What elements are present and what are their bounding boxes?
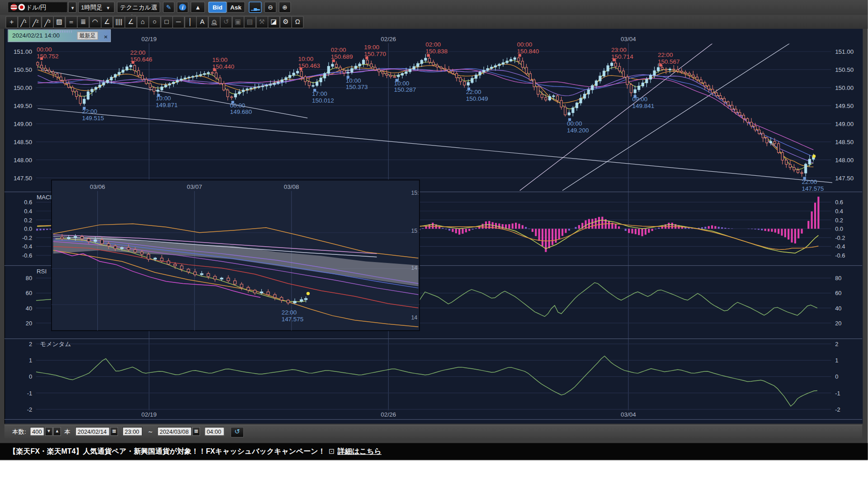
- tool-fibonacci-arc[interactable]: ◠: [89, 16, 101, 28]
- tool-trendline-3[interactable]: ╱3: [41, 16, 53, 28]
- bid-toggle-button[interactable]: Bid: [208, 2, 226, 13]
- external-window-icon: ⊡: [327, 447, 335, 455]
- zoom-in-button[interactable]: ⊕: [279, 2, 291, 13]
- tool-fan-lines[interactable]: ∠: [101, 16, 113, 28]
- tool-eraser[interactable]: ◪: [268, 16, 280, 28]
- latest-bar-badge: 最新足: [77, 32, 98, 40]
- ask-label: Ask: [230, 4, 241, 11]
- campaign-detail-link[interactable]: 詳細はこちら: [338, 447, 382, 455]
- tool-horizontal-line[interactable]: ─: [172, 16, 184, 28]
- bid-label: Bid: [212, 4, 222, 11]
- tool-ruler[interactable]: ▨: [53, 16, 66, 28]
- chart-style-button[interactable]: ▲: [191, 2, 205, 13]
- chevron-down-icon: ▼: [104, 5, 112, 10]
- tool-parallel-lines[interactable]: ＝: [65, 16, 77, 28]
- zoom-out-icon: ⊖: [268, 4, 273, 11]
- fx-chart-application: ドル/円 ▼ 1時間足 ▼ テクニカル選択 ▼ ✎ i ▲ Bid Ask ▁▄…: [0, 0, 868, 460]
- us-flag-icon: [10, 4, 17, 11]
- pencil-icon: ✎: [166, 4, 171, 11]
- zoom-in-icon: ⊕: [282, 4, 287, 11]
- tool-gann-fan[interactable]: ∠: [125, 16, 137, 28]
- count-decrease-button[interactable]: ▼: [45, 427, 52, 436]
- calendar-to-button[interactable]: ▦: [192, 427, 200, 436]
- info-button[interactable]: i: [177, 2, 189, 13]
- zoom-out-button[interactable]: ⊖: [264, 2, 277, 13]
- range-separator: ～: [147, 427, 153, 436]
- tool-trendline-2[interactable]: ╱2: [29, 16, 42, 28]
- time-from-field[interactable]: 23:00: [123, 427, 142, 436]
- tool-rectangle[interactable]: □: [160, 16, 173, 28]
- tool-pentagon[interactable]: ⌂: [137, 16, 149, 28]
- tool-vertical-grid[interactable]: ||||: [113, 16, 125, 28]
- calendar-from-button[interactable]: ▦: [110, 427, 118, 436]
- tab-datetime-label: 2024/02/21 14:00: [12, 32, 60, 39]
- bar-count-input[interactable]: 400: [30, 427, 44, 436]
- timeframe-label: 1時間足: [81, 4, 103, 11]
- mountain-icon: ▲: [195, 4, 201, 11]
- time-to-field[interactable]: 04:00: [204, 427, 224, 436]
- tool-magnet[interactable]: Ω: [292, 16, 304, 28]
- ask-toggle-button[interactable]: Ask: [226, 2, 245, 13]
- tool-ellipse[interactable]: ○: [148, 16, 160, 28]
- pair-dropdown-button[interactable]: ▼: [68, 2, 76, 13]
- tool-multi-h-lines[interactable]: ≣: [77, 16, 89, 28]
- calendar-icon: ▦: [112, 429, 116, 434]
- reload-button[interactable]: ↺: [231, 427, 244, 437]
- currency-pair-label: ドル/円: [26, 2, 47, 12]
- bar-chart-icon: ▁▄▂: [251, 5, 259, 10]
- campaign-text: 【楽天FX・楽天MT4】人気通貨ペア・新興国通貨が対象！！FXキャッシュバックキ…: [9, 447, 326, 455]
- drawing-toolbar: ＋╱1╱2╱3▨＝≣◠∠||||∠⌂○□─│A☺ICON↺▣▤⚒◪⚙Ω: [0, 15, 868, 29]
- count-increase-button[interactable]: ▲: [53, 427, 61, 436]
- chart-type-button[interactable]: ▁▄▂: [249, 2, 261, 13]
- jp-flag-icon: [18, 4, 25, 11]
- tool-vertical-line[interactable]: │: [184, 16, 197, 28]
- main-toolbar: ドル/円 ▼ 1時間足 ▼ テクニカル選択 ▼ ✎ i ▲ Bid Ask ▁▄…: [0, 0, 868, 15]
- tool-text[interactable]: A: [196, 16, 208, 28]
- tool-copy[interactable]: ▣: [232, 16, 244, 28]
- technical-indicator-selector[interactable]: テクニカル選択 ▼: [117, 2, 160, 13]
- tool-paste[interactable]: ▤: [244, 16, 256, 28]
- tab-close-icon[interactable]: ×: [104, 31, 108, 43]
- tool-crosshair[interactable]: ＋: [5, 16, 18, 28]
- currency-pair-selector[interactable]: ドル/円: [8, 2, 67, 13]
- tool-trendline-1[interactable]: ╱1: [18, 16, 30, 28]
- tool-wrench[interactable]: ⚒: [256, 16, 268, 28]
- timeframe-selector[interactable]: 1時間足 ▼: [78, 2, 115, 13]
- unit-label: 本: [64, 427, 70, 436]
- date-to-field[interactable]: 2024/03/08: [157, 427, 192, 436]
- chart-window[interactable]: [5, 29, 863, 424]
- bar-count-label: 本数:: [12, 427, 26, 436]
- reload-icon: ↺: [234, 427, 240, 435]
- tab-drag-handle[interactable]: [49, 30, 73, 33]
- campaign-banner[interactable]: 【楽天FX・楽天MT4】人気通貨ペア・新興国通貨が対象！！FXキャッシュバックキ…: [0, 443, 868, 460]
- chevron-down-icon: ▼: [69, 5, 76, 10]
- range-control-bar: 本数: 400 ▼ ▲ 本 2024/02/14 ▦ 23:00 ～ 2024/…: [5, 425, 862, 438]
- tool-icon-stamp[interactable]: ☺ICON: [208, 16, 220, 28]
- draw-pencil-button[interactable]: ✎: [163, 2, 175, 13]
- tool-object-list[interactable]: ⚙: [279, 16, 292, 28]
- calendar-icon: ▦: [194, 429, 198, 434]
- tool-history[interactable]: ↺: [220, 16, 232, 28]
- date-from-field[interactable]: 2024/02/14: [75, 427, 110, 436]
- info-icon: i: [179, 4, 186, 11]
